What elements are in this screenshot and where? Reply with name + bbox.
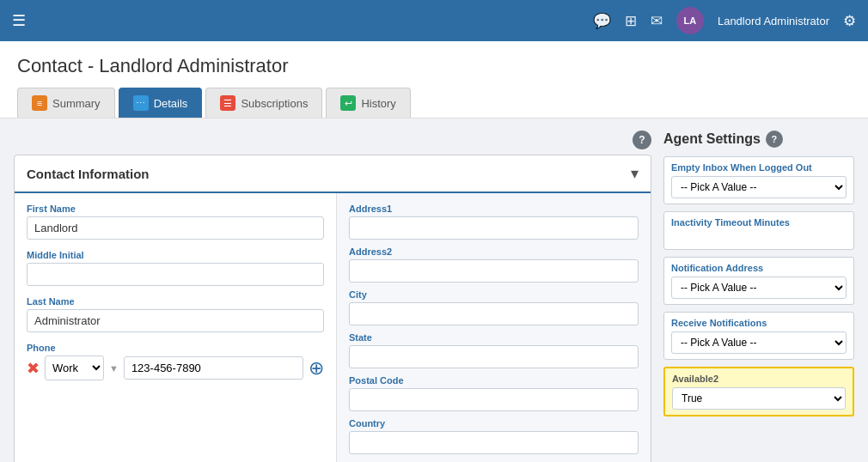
city-field: City [349, 289, 639, 325]
top-nav: ☰ 💬 ⊞ ✉ LA Landlord Administrator ⚙ [0, 0, 868, 41]
contact-section-title: Contact Information [27, 167, 150, 181]
state-input[interactable] [349, 345, 639, 368]
last-name-label: Last Name [27, 296, 324, 307]
agent-settings-panel: Agent Settings ? Empty Inbox When Logged… [663, 131, 854, 462]
add-phone-button[interactable]: ⊕ [309, 359, 324, 378]
country-field: Country [349, 418, 639, 454]
notification-address-label: Notification Address [671, 263, 847, 273]
address1-input[interactable] [349, 216, 639, 240]
left-panel: ? Contact Information ▾ First Name Middl… [14, 131, 651, 462]
tab-bar: ≡ Summary ⋯ Details ☰ Subscriptions ↩ Hi… [17, 88, 851, 118]
tab-summary-label: Summary [52, 97, 101, 110]
address1-label: Address1 [349, 204, 639, 214]
phone-type-select[interactable]: Work Home Mobile [45, 356, 104, 380]
middle-initial-label: Middle Initial [27, 250, 324, 260]
user-name: Landlord Administrator [718, 15, 829, 27]
inactivity-timeout-input[interactable] [671, 232, 847, 244]
receive-notifications-select[interactable]: -- Pick A Value -- Yes No [671, 331, 847, 354]
page-title: Contact - Landlord Administrator [17, 55, 851, 77]
contact-section-header: Contact Information ▾ [15, 155, 651, 193]
collapse-button[interactable]: ▾ [631, 164, 639, 183]
settings-icon[interactable]: ⚙ [843, 12, 856, 30]
form-left-col: First Name Middle Initial Last Name Phon… [15, 193, 337, 462]
agent-settings-header: Agent Settings ? [663, 131, 854, 148]
empty-inbox-field: Empty Inbox When Logged Out -- Pick A Va… [663, 156, 854, 204]
available2-label: Available2 [672, 374, 846, 384]
notification-address-select[interactable]: -- Pick A Value -- Email SMS [671, 277, 847, 299]
country-label: Country [349, 418, 639, 429]
details-tab-icon: ⋯ [133, 95, 149, 111]
empty-inbox-select[interactable]: -- Pick A Value -- Yes No [671, 176, 847, 198]
inactivity-timeout-field: Inactivity Timeout Minutes [663, 211, 854, 250]
first-name-field: First Name [27, 204, 324, 240]
city-label: City [349, 289, 639, 300]
available2-select[interactable]: True False [672, 387, 846, 410]
history-tab-icon: ↩ [340, 95, 356, 111]
remove-phone-button[interactable]: ✖ [27, 361, 40, 376]
last-name-input[interactable] [27, 309, 324, 332]
form-grid: First Name Middle Initial Last Name Phon… [15, 193, 651, 462]
empty-inbox-label: Empty Inbox When Logged Out [671, 162, 847, 173]
agent-help-icon[interactable]: ? [766, 131, 783, 148]
page-header: Contact - Landlord Administrator ≡ Summa… [0, 41, 868, 119]
avatar: LA [676, 7, 704, 34]
help-icon[interactable]: ? [633, 131, 651, 149]
summary-tab-icon: ≡ [32, 95, 47, 111]
postal-code-label: Postal Code [349, 375, 639, 386]
phone-field: Phone ✖ Work Home Mobile ▼ ⊕ [27, 343, 324, 380]
phone-row: ✖ Work Home Mobile ▼ ⊕ [27, 356, 324, 380]
state-field: State [349, 332, 639, 368]
country-input[interactable] [349, 431, 639, 454]
tab-subscriptions-label: Subscriptions [241, 97, 308, 110]
inactivity-timeout-label: Inactivity Timeout Minutes [671, 217, 847, 228]
form-right-col: Address1 Address2 City State [337, 193, 651, 462]
last-name-field: Last Name [27, 296, 324, 332]
address2-label: Address2 [349, 246, 639, 257]
state-label: State [349, 332, 639, 343]
first-name-label: First Name [27, 204, 324, 214]
postal-code-field: Postal Code [349, 375, 639, 411]
phone-number-input[interactable] [124, 356, 303, 380]
address1-field: Address1 [349, 204, 639, 240]
tab-history[interactable]: ↩ History [326, 88, 410, 118]
phone-label: Phone [27, 343, 324, 353]
tab-details[interactable]: ⋯ Details [119, 88, 203, 118]
tab-details-label: Details [154, 97, 188, 110]
postal-code-input[interactable] [349, 388, 639, 411]
middle-initial-input[interactable] [27, 263, 324, 286]
address2-field: Address2 [349, 246, 639, 283]
notification-address-field: Notification Address -- Pick A Value -- … [663, 257, 854, 305]
hamburger-menu[interactable]: ☰ [12, 11, 26, 30]
city-input[interactable] [349, 302, 639, 325]
address2-input[interactable] [349, 259, 639, 283]
agent-settings-title: Agent Settings [663, 131, 761, 147]
receive-notifications-label: Receive Notifications [671, 318, 847, 328]
first-name-input[interactable] [27, 216, 324, 240]
contact-section: Contact Information ▾ First Name Middle … [14, 155, 651, 462]
subscriptions-tab-icon: ☰ [220, 95, 235, 111]
tab-subscriptions[interactable]: ☰ Subscriptions [205, 88, 322, 118]
available2-field: Available2 True False [663, 367, 854, 416]
middle-initial-field: Middle Initial [27, 250, 324, 286]
receive-notifications-field: Receive Notifications -- Pick A Value --… [663, 312, 854, 360]
tab-summary[interactable]: ≡ Summary [17, 88, 115, 118]
main-content: ? Contact Information ▾ First Name Middl… [0, 119, 868, 462]
chat-icon[interactable]: 💬 [593, 12, 611, 30]
email-icon[interactable]: ✉ [651, 12, 663, 30]
tab-history-label: History [361, 97, 395, 110]
connect-icon[interactable]: ⊞ [625, 12, 637, 30]
